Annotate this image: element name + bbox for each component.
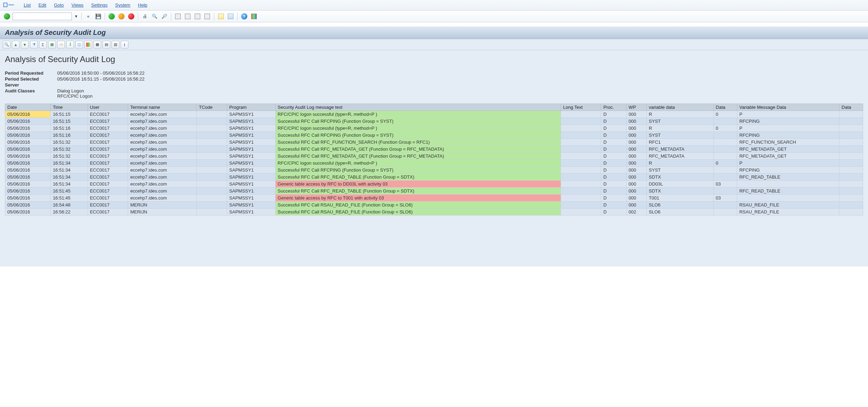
back-button[interactable] [107,12,116,21]
table-row[interactable]: 05/06/201616:51:34ECC0017eccehp7.ides.co… [5,174,863,181]
menu-views[interactable]: Views [72,2,83,8]
cell-msg: Successful RFC Call RSAU_READ_FILE (Func… [275,202,561,209]
table-row[interactable]: 05/06/201616:51:15ECC0017eccehp7.ides.co… [5,118,863,125]
new-session-button[interactable] [217,12,225,21]
col-header[interactable]: Time [51,104,88,111]
filter-button[interactable]: ⧩ [30,41,38,48]
cell-term: eccehp7.ides.com [128,125,197,132]
exit-button[interactable] [117,12,126,21]
last-page-button[interactable] [203,12,211,21]
cell-lt [561,167,601,174]
cell-data2 [839,132,863,139]
sort-desc-button[interactable]: ▼ [21,41,29,48]
abc-analysis-button[interactable]: ◫ [75,41,83,48]
col-header[interactable]: WP [626,104,646,111]
col-header[interactable]: Program [227,104,276,111]
menu-goto[interactable]: Goto [54,2,64,8]
col-header[interactable]: variable data [646,104,713,111]
select-layout-button[interactable]: ▤ [103,41,110,48]
layout-button[interactable] [226,12,235,21]
cell-var: SYST [646,132,713,139]
cell-data1 [713,118,737,125]
cell-data1: 03 [713,181,737,188]
cell-msg: Successful RFC Call RSAU_READ_FILE (Func… [275,209,561,216]
cell-lt [561,153,601,160]
cell-lt [561,139,601,146]
cell-lt [561,202,601,209]
cell-msg: Successful RFC Call RFCPING (Function Gr… [275,132,561,139]
cell-tcode [197,188,227,195]
col-header[interactable]: Date [5,104,51,111]
table-row[interactable]: 05/06/201616:51:16ECC0017eccehp7.ides.co… [5,125,863,132]
cell-lt [561,146,601,153]
table-row[interactable]: 05/06/201616:56:22ECC0017MERIJNSAPMSSY1S… [5,209,863,216]
sort-asc-button[interactable]: ▲ [12,41,20,48]
menu-edit[interactable]: Edit [38,2,46,8]
cell-time: 16:51:32 [51,139,88,146]
col-header[interactable]: Variable Message Data [737,104,839,111]
cell-lt [561,111,601,118]
command-field[interactable] [13,13,72,20]
collapse-icon[interactable]: « [84,12,92,21]
total-button[interactable]: Σ [39,41,47,48]
table-row[interactable]: 05/06/201616:51:16ECC0017eccehp7.ides.co… [5,132,863,139]
table-row[interactable]: 05/06/201616:51:34ECC0017eccehp7.ides.co… [5,181,863,188]
table-row[interactable]: 05/06/201616:51:34ECC0017eccehp7.ides.co… [5,167,863,174]
cell-lt [561,125,601,132]
table-row[interactable]: 05/06/201616:51:32ECC0017eccehp7.ides.co… [5,139,863,146]
change-layout-button[interactable]: ▦ [93,41,101,48]
help-button[interactable]: ? [240,12,248,21]
col-header[interactable]: Proc. [601,104,626,111]
col-header[interactable]: Security Audit Log message text [275,104,561,111]
cell-proc: D [601,125,626,132]
save-layout-button[interactable]: ▥ [112,41,119,48]
cell-term: eccehp7.ides.com [128,132,197,139]
menu-list[interactable]: List [24,2,31,8]
first-page-button[interactable] [174,12,182,21]
col-header[interactable]: User [88,104,128,111]
print-button[interactable]: 🖨 [141,12,149,21]
table-row[interactable]: 05/06/201616:51:45ECC0017eccehp7.ides.co… [5,195,863,202]
ok-button[interactable] [3,12,11,21]
export-wp-button[interactable]: ⇨ [57,41,65,48]
menu-system[interactable]: System [115,2,130,8]
cell-term: eccehp7.ides.com [128,188,197,195]
cell-data1 [713,209,737,216]
find-next-button[interactable]: 🔎 [160,12,169,21]
table-row[interactable]: 05/06/201616:51:32ECC0017eccehp7.ides.co… [5,153,863,160]
table-row[interactable]: 05/06/201616:51:45ECC0017eccehp7.ides.co… [5,188,863,195]
cell-prog: SAPMSSY1 [227,118,276,125]
alv-grid[interactable]: DateTimeUserTerminal nameTCodeProgramSec… [5,104,863,216]
next-page-button[interactable] [193,12,202,21]
col-header[interactable]: Data [713,104,737,111]
details-button[interactable]: 🔍 [3,41,10,48]
info-button[interactable]: i [121,41,128,48]
col-header[interactable]: TCode [197,104,227,111]
menu-help[interactable]: Help [138,2,148,8]
table-row[interactable]: 05/06/201616:51:32ECC0017eccehp7.ides.co… [5,146,863,153]
save-button[interactable]: 💾 [94,12,102,21]
cell-data1 [713,146,737,153]
find-button[interactable]: 🔍 [150,12,159,21]
col-header[interactable]: Terminal name [128,104,197,111]
cell-var: DD03L [646,181,713,188]
cell-date: 05/06/2016 [5,125,51,132]
cancel-button[interactable] [127,12,135,21]
cell-vmd: RSAU_READ_FILE [737,209,839,216]
cell-prog: SAPMSSY1 [227,202,276,209]
graphic-button[interactable] [84,41,92,48]
command-dropdown[interactable]: ▾ [73,12,79,21]
table-row[interactable]: 05/06/201616:54:48ECC0017MERIJNSAPMSSY1S… [5,202,863,209]
gui-options-button[interactable] [250,12,258,21]
export-file-button[interactable]: ↧ [66,41,74,48]
col-header[interactable]: Data [839,104,863,111]
table-row[interactable]: 05/06/201616:51:34ECC0017eccehp7.ides.co… [5,160,863,167]
col-header[interactable]: Long Text [561,104,601,111]
cell-msg: RFC/CPIC logon successful (type=R, metho… [275,160,561,167]
menu-settings[interactable]: Settings [91,2,107,8]
export-excel-button[interactable]: ▦ [48,41,56,48]
table-row[interactable]: 05/06/201616:51:15ECC0017eccehp7.ides.co… [5,111,863,118]
cell-wp: 000 [626,132,646,139]
cell-data2 [839,174,863,181]
prev-page-button[interactable] [184,12,192,21]
